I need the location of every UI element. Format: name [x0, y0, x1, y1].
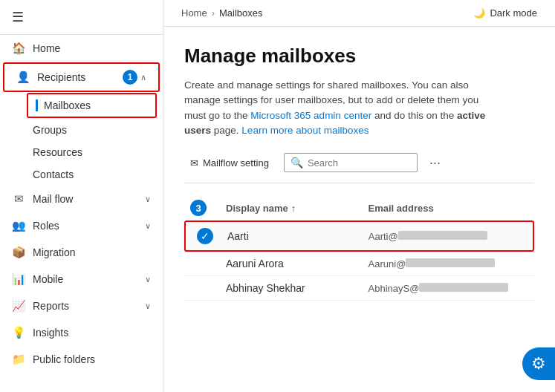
- sidebar-item-mailflow[interactable]: ✉ Mail flow ∨: [0, 186, 163, 212]
- sidebar-item-home[interactable]: 🏠 Home: [0, 35, 163, 62]
- dark-mode-icon: 🌙: [473, 7, 485, 19]
- row1-name-text: Aarti: [227, 230, 249, 242]
- search-icon: 🔍: [291, 157, 303, 169]
- learn-more-link[interactable]: Learn more about mailboxes: [241, 125, 369, 136]
- table-row[interactable]: Abhinay Shekhar AbhinayS@: [184, 276, 534, 301]
- sidebar-item-public-folders[interactable]: 📁 Public folders: [0, 346, 163, 373]
- row2-email-blur: [406, 258, 495, 267]
- toolbar: ✉ Mailflow setting 🔍 ···: [184, 153, 534, 183]
- col-email-header: Email address: [369, 203, 528, 214]
- search-input[interactable]: [308, 157, 411, 169]
- sidebar-item-migration[interactable]: 📦 Migration: [0, 239, 163, 266]
- sidebar-item-reports[interactable]: 📈 Reports ∨: [0, 293, 163, 319]
- mailflow-chevron: ∨: [145, 195, 151, 204]
- row2-name-text: Aaruni Arora: [226, 258, 284, 270]
- breadcrumb-home[interactable]: Home: [181, 7, 207, 19]
- row3-email: AbhinayS@: [369, 283, 528, 294]
- sidebar-item-public-folders-label: Public folders: [33, 353, 95, 365]
- mailboxes-table: 3 Display name ↑ Email address ✓ Aarti A…: [184, 195, 534, 301]
- table-header: 3 Display name ↑ Email address: [184, 195, 534, 220]
- description-text-2: and do this on the: [374, 110, 454, 121]
- sidebar-item-insights-label: Insights: [33, 327, 68, 339]
- mobile-chevron: ∨: [145, 275, 151, 284]
- roles-icon: 👥: [12, 219, 25, 232]
- home-icon: 🏠: [12, 42, 25, 55]
- sidebar-item-resources-label: Resources: [33, 146, 82, 158]
- dark-mode-button[interactable]: 🌙 Dark mode: [473, 7, 537, 19]
- page-title: Manage mailboxes: [184, 45, 534, 68]
- sidebar-item-home-label: Home: [33, 42, 60, 54]
- row1-email: Aarti@: [369, 231, 527, 242]
- more-options-button[interactable]: ···: [429, 155, 441, 171]
- insights-icon: 💡: [12, 326, 25, 339]
- row2-email: Aaruni@: [369, 258, 528, 270]
- sidebar-item-roles-label: Roles: [33, 220, 59, 232]
- fab-button[interactable]: ⚙: [522, 347, 555, 380]
- search-box[interactable]: 🔍: [284, 153, 418, 172]
- row1-email-blur: [398, 231, 487, 240]
- sidebar-item-groups[interactable]: Groups: [0, 119, 163, 141]
- check-icon: ✓: [197, 228, 213, 244]
- fab-icon: ⚙: [531, 354, 546, 373]
- reports-icon: 📈: [12, 299, 25, 313]
- row3-name-text: Abhinay Shekhar: [226, 282, 305, 294]
- table-badge-3: 3: [190, 200, 207, 216]
- row1-email-prefix: Aarti@: [369, 231, 398, 242]
- page-description: Create and manage settings for shared ma…: [184, 78, 496, 138]
- row3-name: Abhinay Shekhar: [226, 282, 360, 294]
- col-name-header: Display name ↑: [226, 203, 360, 214]
- recipients-chevron: ∧: [140, 73, 146, 82]
- sidebar-item-recipients[interactable]: 👤 Recipients 1 ∧: [3, 62, 160, 92]
- table-row[interactable]: ✓ Aarti Aarti@: [184, 220, 534, 252]
- mailflow-setting-label: Mailflow setting: [203, 157, 269, 169]
- sidebar-item-mobile[interactable]: 📊 Mobile ∨: [0, 266, 163, 293]
- sidebar-item-mobile-label: Mobile: [33, 273, 63, 285]
- public-folders-icon: 📁: [12, 353, 25, 366]
- sidebar-nav: 🏠 Home 👤 Recipients 1 ∧ Mailboxes Groups…: [0, 35, 163, 392]
- row3-email-blur: [419, 283, 508, 292]
- roles-chevron: ∨: [145, 221, 151, 231]
- sidebar-item-insights[interactable]: 💡 Insights: [0, 319, 163, 346]
- row1-name: Aarti: [227, 230, 360, 242]
- sidebar-item-mailboxes-label: Mailboxes: [36, 99, 91, 111]
- table-row[interactable]: Aaruni Arora Aaruni@: [184, 252, 534, 276]
- breadcrumb-current: Mailboxes: [219, 7, 263, 19]
- col-name-label[interactable]: Display name: [226, 203, 288, 214]
- sort-icon[interactable]: ↑: [291, 203, 296, 214]
- recipients-icon: 👤: [16, 71, 30, 84]
- recipients-sub-nav: Mailboxes Groups Resources Contacts: [0, 93, 163, 186]
- ms365-admin-link[interactable]: Microsoft 365 admin center: [250, 110, 371, 121]
- dark-mode-label: Dark mode: [490, 7, 537, 19]
- sidebar-item-recipients-label: Recipients: [37, 71, 85, 83]
- sidebar-item-mailboxes[interactable]: Mailboxes: [27, 93, 157, 118]
- sidebar-item-roles[interactable]: 👥 Roles ∨: [0, 212, 163, 239]
- breadcrumb: Home › Mailboxes: [181, 7, 263, 19]
- sidebar-item-reports-label: Reports: [33, 300, 69, 312]
- sidebar-item-migration-label: Migration: [33, 246, 76, 258]
- row1-check: ✓: [192, 228, 218, 244]
- main-content: Home › Mailboxes 🌙 Dark mode Manage mail…: [163, 0, 555, 392]
- sidebar-item-mailflow-label: Mail flow: [33, 193, 73, 205]
- sidebar-item-contacts-label: Contacts: [33, 169, 74, 180]
- topbar: Home › Mailboxes 🌙 Dark mode: [163, 0, 555, 27]
- row3-email-prefix: AbhinayS@: [369, 283, 420, 294]
- breadcrumb-separator: ›: [212, 7, 215, 19]
- row2-name: Aaruni Arora: [226, 258, 360, 270]
- mailflow-setting-button[interactable]: ✉ Mailflow setting: [184, 154, 275, 172]
- description-text-3: page.: [214, 125, 239, 136]
- recipients-badge: 1: [123, 70, 137, 85]
- hamburger-icon[interactable]: ☰: [12, 9, 24, 25]
- sidebar-header: ☰: [0, 0, 163, 35]
- mobile-icon: 📊: [12, 272, 25, 286]
- content-area: Manage mailboxes Create and manage setti…: [163, 27, 555, 318]
- sidebar-item-groups-label: Groups: [33, 124, 67, 136]
- sidebar: ☰ 🏠 Home 👤 Recipients 1 ∧ Mailboxes Grou…: [0, 0, 163, 392]
- sidebar-item-resources[interactable]: Resources: [0, 141, 163, 163]
- mailflow-setting-icon: ✉: [190, 157, 198, 169]
- reports-chevron: ∨: [145, 301, 151, 311]
- mailflow-icon: ✉: [12, 192, 25, 206]
- sidebar-item-contacts[interactable]: Contacts: [0, 163, 163, 186]
- row2-email-prefix: Aaruni@: [369, 258, 406, 270]
- migration-icon: 📦: [12, 246, 25, 259]
